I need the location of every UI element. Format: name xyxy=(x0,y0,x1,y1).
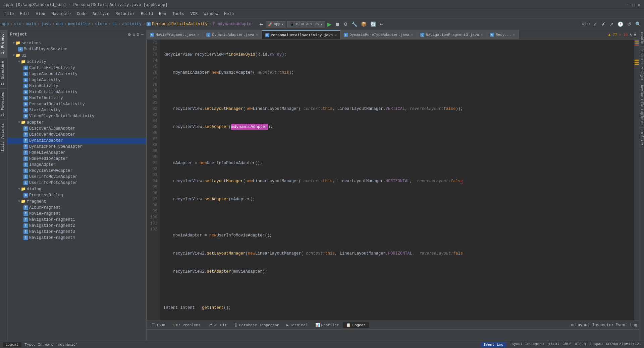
menu-tools[interactable]: Tools xyxy=(170,11,187,17)
layout-inspector-status[interactable]: Layout Inspector xyxy=(509,342,545,347)
bottom-tab-profiler[interactable]: 📊 Profiler xyxy=(312,322,342,328)
collapse-icon[interactable]: ∨ xyxy=(634,32,636,38)
right-tab-emulator[interactable]: Emulator xyxy=(639,128,644,148)
menu-refactor[interactable]: Refactor xyxy=(113,11,138,17)
app-dropdown[interactable]: 🚀 app ▾ xyxy=(266,21,286,27)
panel-gear-icon[interactable]: ⚙ xyxy=(137,32,139,37)
api-dropdown[interactable]: 📱 1080 API 29 ▾ xyxy=(287,21,325,27)
vtab-favorites[interactable]: 2: Favorites xyxy=(0,88,7,120)
toolbar-btn-4[interactable]: 🔄 xyxy=(369,21,377,27)
menu-window[interactable]: Window xyxy=(201,11,221,17)
settings-icon[interactable]: ⚙ xyxy=(571,323,574,328)
tree-item-albumfragment[interactable]: C AlbumFragment xyxy=(7,205,146,211)
breadcrumb-com[interactable]: com xyxy=(56,22,63,26)
right-tab-gradle[interactable]: Gradle xyxy=(639,30,644,47)
tab-close-recy[interactable]: ✕ xyxy=(513,32,515,37)
right-tab-device-file-explorer[interactable]: Device File Explorer xyxy=(639,83,644,128)
toolbar-btn-2[interactable]: 🔧 xyxy=(350,21,359,27)
back-button[interactable]: ⬅ xyxy=(258,21,265,27)
bottom-tab-logcat[interactable]: 📋 Logcat xyxy=(343,322,369,328)
tree-item-imageadpter[interactable]: C ImageAdpter xyxy=(7,162,146,168)
tree-item-videoplayerdetailedactivity[interactable]: C VideoPlayerDetailedActivity xyxy=(7,113,146,119)
tree-item-userinfomovieadapter[interactable]: C UserInfoMovieAdapter xyxy=(7,174,146,180)
toolbar-btn-5[interactable]: ↩ xyxy=(378,21,385,27)
menu-build[interactable]: Build xyxy=(138,11,156,17)
menu-edit[interactable]: Edit xyxy=(17,11,33,17)
vtab-structure[interactable]: Z: Structure xyxy=(0,57,7,88)
bottom-tab-todo[interactable]: ☰ TODO xyxy=(148,322,168,328)
git-undo-button[interactable]: ↺ xyxy=(626,21,633,27)
tree-item-loginaccountactivity[interactable]: C LoginAccountActivity xyxy=(7,71,146,77)
tab-dynamicmoretype[interactable]: C DynamicMoreTypeAdapter.java ✕ xyxy=(340,30,417,39)
bottom-tab-database-inspector[interactable]: 🗄 Database Inspector xyxy=(231,322,282,328)
tree-item-moviefragment[interactable]: C MovieFragment xyxy=(7,211,146,217)
menu-navigate[interactable]: Navigate xyxy=(49,11,73,17)
tab-close-dynamicmoretype[interactable]: ✕ xyxy=(411,32,413,37)
breadcrumb-src[interactable]: src xyxy=(14,22,21,26)
tree-item-homevedioadapter[interactable]: C HomeVedioAdapter xyxy=(7,156,146,162)
tab-navfragment3[interactable]: C NavigationFragment3.java ✕ xyxy=(417,30,487,39)
menu-run[interactable]: Run xyxy=(156,11,169,17)
tree-item-dialog[interactable]: ▼ 📁 dialog xyxy=(7,186,146,192)
breadcrumb-ui[interactable]: ui xyxy=(112,22,117,26)
tab-recy[interactable]: C Recy... ✕ xyxy=(487,30,519,39)
menu-view[interactable]: View xyxy=(33,11,48,17)
tree-item-navfragment1[interactable]: C NavigationFragment1 xyxy=(7,217,146,223)
breadcrumb-app[interactable]: app xyxy=(2,22,9,26)
tab-close-navfragment3[interactable]: ✕ xyxy=(481,32,483,37)
tree-item-homeliveadapter[interactable]: C HomeLiveAdapter xyxy=(7,150,146,156)
tree-item-discoveralbumadpter[interactable]: C DiscoverAlbumAdpter xyxy=(7,126,146,132)
tab-close-dynamicadapter[interactable]: ✕ xyxy=(256,32,258,37)
breadcrumb-java[interactable]: java xyxy=(41,22,51,26)
tab-dynamicadapter[interactable]: C DynamicAdapter.java ✕ xyxy=(203,30,262,39)
tree-item-navfragment3[interactable]: C NavigationFragment3 xyxy=(7,229,146,235)
menu-vcs[interactable]: VCS xyxy=(188,11,201,17)
menu-code[interactable]: Code xyxy=(74,11,89,17)
tree-item-recycleviewadapter[interactable]: C RecycleViewAdapter xyxy=(7,168,146,174)
tree-item-navfragment4[interactable]: C NavigationFragment4 xyxy=(7,235,146,241)
maximize-button[interactable]: ❐ xyxy=(632,2,635,8)
bottom-tab-terminal[interactable]: ▶ Terminal xyxy=(283,322,311,328)
minimize-button[interactable]: — xyxy=(627,2,630,8)
tab-personaldetails[interactable]: C PersonalDetailsActivity.java ✕ xyxy=(262,30,340,39)
breadcrumb-main[interactable]: main xyxy=(26,22,36,26)
tree-item-ui[interactable]: ▼ 📁 ui xyxy=(7,52,146,59)
tab-moviefragment[interactable]: C MovieFragment.java ✕ xyxy=(147,30,203,39)
tab-close-personaldetails[interactable]: ✕ xyxy=(334,33,337,37)
tree-item-maindetailedactivity[interactable]: C MainDetailedActivity xyxy=(7,89,146,95)
right-tab-resource-manager[interactable]: Resource Manager xyxy=(639,47,644,83)
event-log-link[interactable]: Event Log xyxy=(615,323,637,328)
breadcrumb-meetdilse[interactable]: meetdilse xyxy=(68,22,90,26)
tree-item-navfragment2[interactable]: C NavigationFragment2 xyxy=(7,223,146,229)
toolbar-btn-1[interactable]: ⚙ xyxy=(342,21,349,27)
search-button[interactable]: 🔍 xyxy=(634,21,642,27)
tree-item-fragment[interactable]: ▼ 📁 fragment xyxy=(7,198,146,205)
panel-settings-icon[interactable]: ⚙ xyxy=(128,32,131,37)
tree-item-mainactivity[interactable]: C MainActivity xyxy=(7,83,146,89)
close-button[interactable]: ✕ xyxy=(638,2,641,8)
menu-analyze[interactable]: Analyze xyxy=(90,11,112,17)
run-button[interactable]: ▶ xyxy=(326,20,333,28)
vtab-build[interactable]: Build Variants xyxy=(0,120,7,155)
panel-collapse-icon[interactable]: — xyxy=(141,32,144,37)
event-log-status[interactable]: Event Log xyxy=(481,342,506,347)
tree-item-progressdialog[interactable]: C ProgressDialog xyxy=(7,192,146,198)
breadcrumb-method[interactable]: f mdynamicAdapter xyxy=(213,22,254,26)
git-check-button[interactable]: ✓ xyxy=(592,21,599,27)
menu-help[interactable]: Help xyxy=(221,11,236,17)
tree-item-dynamicmoretypeadapter[interactable]: C DynamicMoreTypeAdapter xyxy=(7,144,146,150)
tree-item-userinfophotoadapter[interactable]: C UserInfoPhotoAdapter xyxy=(7,180,146,186)
tree-item-startactivity[interactable]: C StartActivity xyxy=(7,107,146,113)
tree-item-modinfactivity[interactable]: C ModInfActivity xyxy=(7,95,146,101)
toolbar-btn-3[interactable]: 📦 xyxy=(360,21,368,27)
expand-icon[interactable]: ∧ xyxy=(629,32,632,38)
git-x-button[interactable]: ✗ xyxy=(600,21,607,27)
tree-item-discovermovieadpter[interactable]: C DiscoverMovieAdpter xyxy=(7,132,146,138)
tree-item-confirmexitactivity[interactable]: C ConfirmExitActivity xyxy=(7,65,146,71)
tab-close-moviefragment[interactable]: ✕ xyxy=(197,32,200,37)
bottom-layout-inspector-link[interactable]: Layout Inspector xyxy=(575,323,614,328)
tree-item-activity[interactable]: ▼ 📁 activity xyxy=(7,59,146,65)
tree-item-loginactivity[interactable]: C LoginActivity xyxy=(7,77,146,83)
tree-item-dynamicadapter[interactable]: C DynamicAdapter xyxy=(7,138,146,144)
tree-item-mediaplayer[interactable]: C MediaPlayerService xyxy=(7,46,146,52)
